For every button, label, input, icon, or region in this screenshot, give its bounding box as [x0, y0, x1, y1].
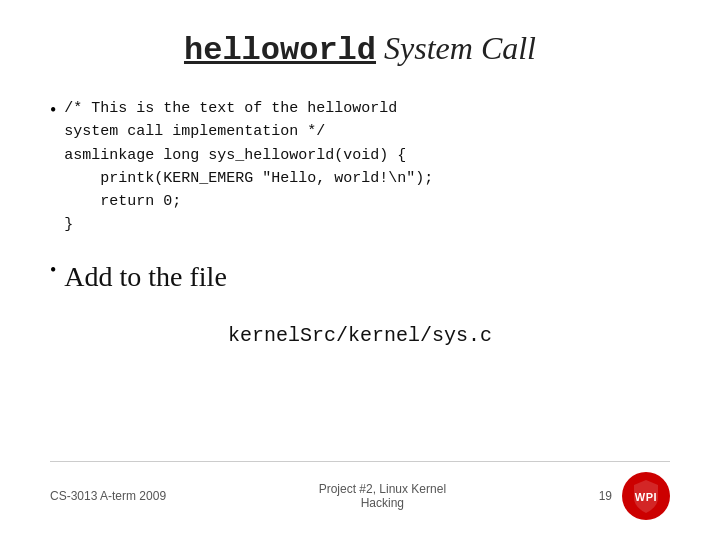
- bullet-item-2: • Add to the file: [50, 257, 670, 296]
- slide-title: helloworld System Call: [50, 30, 670, 69]
- title-mono: helloworld: [184, 32, 376, 69]
- footer-right: 19 WPI: [599, 472, 670, 520]
- footer-course: CS-3013 A-term 2009: [50, 489, 166, 503]
- bullet-item-1: • /* This is the text of the helloworld …: [50, 97, 670, 237]
- title-serif: System Call: [384, 30, 536, 66]
- slide-content: • /* This is the text of the helloworld …: [50, 97, 670, 461]
- file-path: kernelSrc/kernel/sys.c: [50, 324, 670, 347]
- wpi-logo: WPI: [622, 472, 670, 520]
- page-number: 19: [599, 489, 612, 503]
- code-block: /* This is the text of the helloworld sy…: [64, 97, 433, 237]
- footer-project: Project #2, Linux Kernel Hacking: [319, 482, 446, 510]
- bullet-dot-2: •: [50, 258, 56, 283]
- svg-text:WPI: WPI: [635, 491, 657, 503]
- slide: helloworld System Call • /* This is the …: [0, 0, 720, 540]
- bullet-dot-1: •: [50, 98, 56, 123]
- slide-footer: CS-3013 A-term 2009 Project #2, Linux Ke…: [50, 461, 670, 520]
- footer-project-line2: Hacking: [319, 496, 446, 510]
- wpi-shield-icon: WPI: [624, 474, 668, 518]
- footer-project-line1: Project #2, Linux Kernel: [319, 482, 446, 496]
- bullet-text-2: Add to the file: [64, 257, 227, 296]
